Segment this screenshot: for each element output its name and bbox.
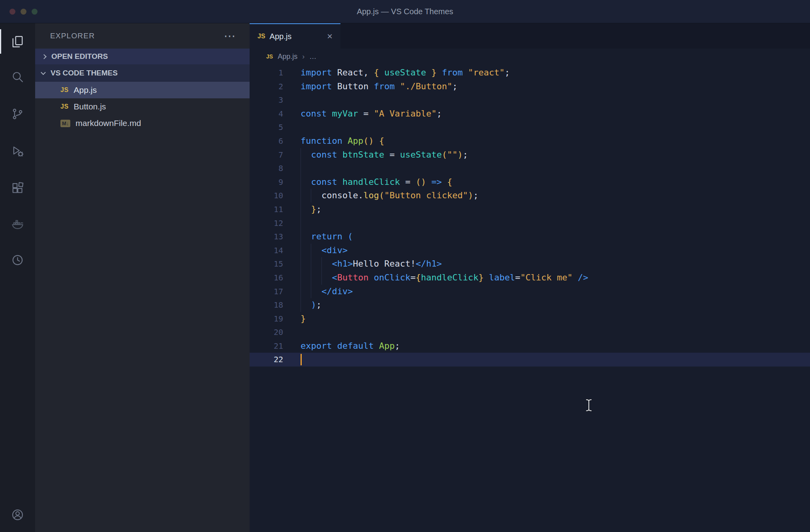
line-number[interactable]: 16 [250,271,283,285]
line-number[interactable]: 13 [250,230,283,244]
close-tab-icon[interactable]: × [327,32,333,40]
line-number[interactable]: 12 [250,216,283,230]
zoom-window-button[interactable] [32,9,38,15]
code-line-14[interactable]: 14 <div> [250,244,810,258]
token: React, [332,68,374,77]
window-controls [9,9,38,15]
token: export [301,341,332,351]
code-line-3[interactable]: 3 [250,93,810,107]
code-line-9[interactable]: 9 const handleClick = () => { [250,175,810,189]
line-number[interactable]: 3 [250,93,283,107]
tab-app-js[interactable]: JS App.js × [250,23,340,49]
tab-bar: JS App.js × [250,23,810,49]
open-editors-section[interactable]: OPEN EDITORS [35,49,250,64]
token: /> [578,273,588,282]
code-area[interactable]: 1import React, { useState } from "react"… [250,64,810,367]
code-line-12[interactable]: 12 [250,216,810,230]
line-number[interactable]: 4 [250,107,283,121]
token: ) [457,150,462,160]
token: } [431,68,436,77]
file-item-markdownFile.md[interactable]: M↓markdownFile.md [35,115,250,132]
line-number[interactable]: 22 [250,353,283,367]
code-line-22[interactable]: 22 [250,353,810,367]
code-line-2[interactable]: 2import Button from "./Button"; [250,80,810,94]
token: "react" [468,68,505,77]
indent-guide [301,189,301,203]
docker-icon[interactable] [0,211,35,236]
explorer-icon[interactable] [0,29,35,54]
code-line-1[interactable]: 1import React, { useState } from "react"… [250,66,810,80]
indent-guide [301,203,301,216]
source-control-icon[interactable] [0,102,35,126]
line-number[interactable]: 8 [250,162,283,175]
token [301,259,332,269]
code-line-8[interactable]: 8 [250,162,810,175]
code-text: } [283,312,306,326]
line-number[interactable]: 5 [250,120,283,134]
code-line-5[interactable]: 5 [250,120,810,134]
line-number[interactable]: 14 [250,244,283,258]
token: from [374,81,395,91]
project-section[interactable]: VS CODE THEMES [35,64,250,82]
more-actions-icon[interactable]: ⋯ [224,32,236,40]
code-text [283,353,301,367]
line-number[interactable]: 10 [250,189,283,203]
token: = [384,150,400,160]
token: ; [505,68,510,77]
code-line-16[interactable]: 16 <Button onClick={handleClick} label="… [250,271,810,285]
line-number[interactable]: 19 [250,312,283,326]
extensions-icon[interactable] [0,176,35,200]
file-label: markdownFile.md [75,118,141,128]
run-and-debug-icon[interactable] [0,139,35,163]
file-item-Button.js[interactable]: JSButton.js [35,98,250,115]
line-number[interactable]: 18 [250,298,283,312]
token: { [374,68,379,77]
token [436,68,442,77]
code-text: import Button from "./Button"; [283,80,457,94]
token: handleClick [342,177,400,187]
line-number[interactable]: 20 [250,325,283,339]
line-number[interactable]: 17 [250,285,283,299]
line-number[interactable]: 21 [250,339,283,353]
line-number[interactable]: 2 [250,80,283,94]
token: const [311,177,337,187]
indent-guide [301,244,301,258]
code-text [283,216,301,230]
code-line-10[interactable]: 10 console.log("Button clicked"); [250,189,810,203]
indent-guide [311,257,311,271]
token: < [332,273,337,282]
close-window-button[interactable] [9,9,15,15]
js-file-icon: JS [60,86,69,94]
line-number[interactable]: 7 [250,148,283,162]
code-line-4[interactable]: 4const myVar = "A Variable"; [250,107,810,121]
minimize-window-button[interactable] [21,9,26,15]
token [301,273,332,282]
token: default [337,341,374,351]
breadcrumb-file[interactable]: App.js [278,53,297,61]
code-line-15[interactable]: 15 <h1>Hello React!</h1> [250,257,810,271]
token [342,136,348,146]
code-line-11[interactable]: 11 }; [250,203,810,216]
token: label [489,273,515,282]
file-item-App.js[interactable]: JSApp.js [35,82,250,98]
code-line-21[interactable]: 21export default App; [250,339,810,353]
code-line-13[interactable]: 13 return ( [250,230,810,244]
line-number[interactable]: 1 [250,66,283,80]
clock-icon[interactable] [0,248,35,272]
line-number[interactable]: 9 [250,175,283,189]
code-text: }; [283,203,321,216]
line-number[interactable]: 6 [250,134,283,148]
account-icon[interactable] [0,502,35,527]
code-line-6[interactable]: 6function App() { [250,134,810,148]
breadcrumb-tail[interactable]: … [309,53,316,61]
line-number[interactable]: 15 [250,257,283,271]
code-line-20[interactable]: 20 [250,325,810,339]
code-line-7[interactable]: 7 const btnState = useState(""); [250,148,810,162]
search-icon[interactable] [0,64,35,89]
code-line-18[interactable]: 18 ); [250,298,810,312]
code-line-19[interactable]: 19} [250,312,810,326]
breadcrumb-separator-icon: › [302,53,304,61]
line-number[interactable]: 11 [250,203,283,216]
code-line-17[interactable]: 17 </div> [250,285,810,299]
token: } [478,273,483,282]
